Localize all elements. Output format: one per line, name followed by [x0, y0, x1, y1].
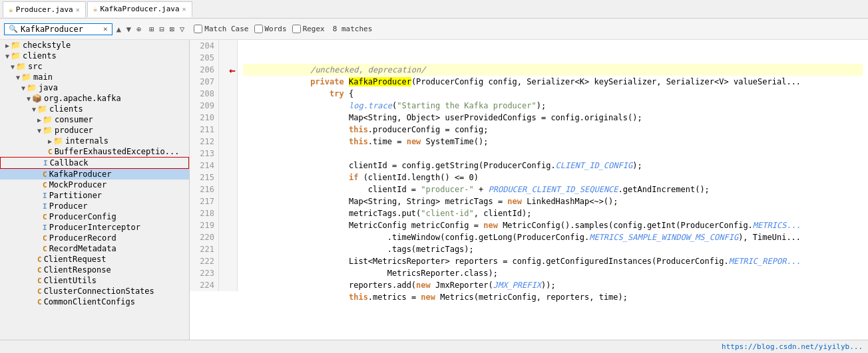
keyword-private: private: [310, 77, 344, 86]
item-label: Callback: [50, 158, 89, 168]
words-checkbox[interactable]: [254, 25, 263, 33]
sidebar-item-consumer[interactable]: ▶ 📁 consumer: [0, 114, 189, 125]
class-icon: C: [43, 170, 47, 179]
line-numbers: 204 205 206 207 208 209 210 211 212 213 …: [190, 40, 219, 291]
sidebar-item-producerrecord[interactable]: C ProducerRecord: [0, 233, 189, 243]
tab-label: KafkaProducer.java: [100, 5, 179, 13]
item-label: ClusterConnectionStates: [44, 287, 154, 296]
sidebar-item-clientrequest[interactable]: C ClientRequest: [0, 254, 189, 265]
sidebar-item-producer[interactable]: ▼ 📁 producer: [0, 125, 189, 136]
sidebar-item-buffer-exhausted[interactable]: C BufferExhaustedExceptio...: [0, 146, 189, 157]
ln-209: 209: [194, 100, 214, 112]
clear-search-icon[interactable]: ✕: [102, 25, 109, 33]
sidebar-item-callback[interactable]: I Callback: [0, 157, 189, 169]
match-case-option[interactable]: Match Case: [194, 25, 248, 33]
keyword-this3: this: [349, 293, 368, 302]
code-editor[interactable]: 204 205 206 207 208 209 210 211 212 213 …: [190, 40, 868, 340]
regex-option[interactable]: Regex: [292, 25, 325, 33]
filter2-button[interactable]: ▽: [178, 25, 186, 34]
constant-3: METRICS...: [753, 221, 801, 230]
item-label: checkstyle: [23, 41, 71, 50]
match-case-label: Match Case: [204, 25, 248, 33]
search-input[interactable]: [21, 25, 101, 34]
item-label: ClientRequest: [44, 255, 107, 264]
java-icon: ☕: [9, 5, 13, 14]
filter-button[interactable]: ⊞: [148, 25, 155, 34]
sidebar-item-clients[interactable]: ▼ 📁 clients: [0, 51, 189, 61]
expand-icon: ▶: [37, 116, 41, 124]
tab-bar: ☕ Producer.java ✕ ☕ KafkaProducer.java ✕: [0, 0, 868, 19]
next-match-button[interactable]: ▼: [125, 25, 132, 34]
item-label: src: [28, 62, 43, 71]
item-label: Partitioner: [49, 191, 102, 200]
interface-icon: I: [43, 202, 47, 211]
ln-216: 216: [194, 183, 214, 195]
arrow-line-206: ←: [219, 64, 237, 76]
sidebar-item-mockproducer[interactable]: C MockProducer: [0, 179, 189, 190]
keyword-if: if: [349, 173, 358, 182]
sidebar-item-clientresponse[interactable]: C ClientResponse: [0, 265, 189, 275]
expand-icon: ▶: [5, 42, 9, 49]
sidebar-item-java[interactable]: ▼ 📁 java: [0, 82, 189, 93]
interface-icon: I: [43, 159, 48, 168]
tab-producer-java[interactable]: ☕ Producer.java ✕: [3, 1, 86, 17]
expand-icon: ▼: [27, 95, 31, 102]
regex-checkbox[interactable]: [292, 25, 301, 33]
class-icon: C: [37, 266, 42, 275]
tab-kafkaproducer-java[interactable]: ☕ KafkaProducer.java ✕: [87, 1, 192, 17]
folder-icon: 📁: [21, 72, 31, 82]
sidebar-item-clusterconnectionstates[interactable]: C ClusterConnectionStates: [0, 286, 189, 296]
sidebar-item-org-apache-kafka[interactable]: ▼ 📦 org.apache.kafka: [0, 93, 189, 104]
sidebar-item-src[interactable]: ▼ 📁 src: [0, 61, 189, 72]
expand-icon: ▼: [16, 74, 20, 81]
constant-4: METRICS_SAMPLE_WINDOW_MS_CONFIG: [589, 233, 738, 242]
sidebar-item-producer-class[interactable]: I Producer: [0, 201, 189, 211]
sidebar-item-clientutils[interactable]: C ClientUtils: [0, 275, 189, 286]
ln-208: 208: [194, 88, 214, 100]
sidebar-item-internals[interactable]: ▶ 📁 internals: [0, 136, 189, 146]
gutter-line: [219, 40, 237, 52]
expand-icon: ▼: [5, 53, 9, 60]
search-input-wrap: 🔍 ✕: [4, 23, 112, 35]
sidebar-item-clients2[interactable]: ▼ 📁 clients: [0, 104, 189, 114]
ln-221: 221: [194, 243, 214, 255]
ln-220: 220: [194, 231, 214, 243]
class-icon: C: [48, 148, 53, 156]
find-all-button[interactable]: ⊕: [135, 25, 142, 34]
code-line-205: /unchecked, deprecation/: [243, 52, 863, 64]
code-area: 204 205 206 207 208 209 210 211 212 213 …: [190, 40, 868, 291]
ln-205: 205: [194, 52, 214, 64]
sidebar-item-producerinterceptor[interactable]: I ProducerInterceptor: [0, 222, 189, 233]
folder-icon: 📁: [43, 115, 53, 124]
sidebar-item-kafkaproducer[interactable]: C KafkaProducer: [0, 169, 189, 179]
sidebar-item-main[interactable]: ▼ 📁 main: [0, 72, 189, 82]
item-label: ProducerConfig: [49, 212, 116, 221]
sidebar-item-checkstyle[interactable]: ▶ 📁 checkstyle: [0, 40, 189, 51]
align-right-button[interactable]: ⊠: [168, 25, 176, 34]
words-option[interactable]: Words: [254, 25, 287, 33]
sidebar-item-producerconfig[interactable]: C ProducerConfig: [0, 211, 189, 222]
prev-match-button[interactable]: ▲: [115, 25, 122, 34]
ln-213: 213: [194, 148, 214, 160]
class-icon: C: [37, 255, 42, 264]
item-label: MockProducer: [49, 180, 107, 189]
tab-close-icon[interactable]: ✕: [76, 6, 80, 13]
sidebar-item-commonclientconfigs[interactable]: C CommonClientConfigs: [0, 296, 189, 307]
search-bar: 🔍 ✕ ▲ ▼ ⊕ ⊞ ⊟ ⊠ ▽ Match Case Words Regex…: [0, 19, 868, 40]
match-case-checkbox[interactable]: [194, 25, 202, 33]
keyword-try: try: [329, 89, 344, 98]
item-label: BufferExhaustedExceptio...: [55, 147, 180, 156]
tab-close-icon[interactable]: ✕: [182, 5, 186, 13]
ln-222: 222: [194, 255, 214, 267]
class-icon: C: [37, 298, 42, 306]
keyword-new4: new: [416, 281, 431, 290]
regex-label: Regex: [303, 25, 325, 33]
sidebar-item-recordmetadata[interactable]: C RecordMetadata: [0, 243, 189, 254]
sidebar-item-partitioner[interactable]: I Partitioner: [0, 190, 189, 201]
ln-215: 215: [194, 172, 214, 183]
align-left-button[interactable]: ⊟: [158, 25, 166, 34]
class-icon: C: [43, 234, 47, 243]
ln-206: 206: [194, 64, 214, 76]
folder-icon: 📁: [11, 51, 21, 60]
ln-218: 218: [194, 207, 214, 219]
